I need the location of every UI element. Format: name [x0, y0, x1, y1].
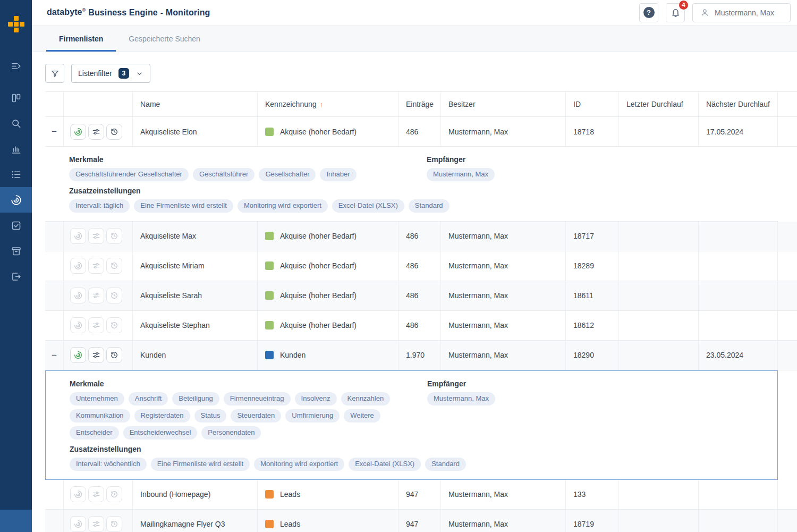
settings-sliders-icon[interactable]	[88, 347, 104, 363]
settings-sliders-icon[interactable]	[88, 516, 104, 532]
zusatz-heading: Zusatzeinstellungen	[70, 445, 767, 453]
history-icon[interactable]	[106, 124, 122, 140]
next-run	[699, 510, 778, 532]
expand-toggle[interactable]: −	[52, 351, 57, 360]
monitoring-power-icon[interactable]	[70, 347, 86, 363]
zusatz-heading: Zusatzeinstellungen	[69, 187, 767, 195]
monitoring-power-icon[interactable]	[70, 288, 86, 303]
search-icon	[11, 118, 22, 129]
user-menu-button[interactable]: Mustermann, Max	[692, 3, 791, 22]
last-run	[619, 222, 699, 251]
sidebar-item-company-stats[interactable]	[0, 136, 32, 162]
overflow-sliver	[778, 281, 797, 311]
chip: Eine Firmenliste wird erstellt	[134, 199, 233, 213]
expand-toggle[interactable]: −	[52, 127, 57, 136]
entries-count: 486	[398, 311, 441, 341]
databyte-logo[interactable]	[0, 0, 32, 53]
sidebar-item-tasks[interactable]	[0, 213, 32, 238]
history-icon[interactable]	[106, 516, 122, 532]
tag-color-swatch	[265, 128, 274, 136]
merkmale-section: Merkmale Geschäftsführender Gesellschaft…	[69, 155, 427, 185]
topbar: databyte®Business Engine- Monitoring ? 4…	[32, 0, 797, 26]
next-run: 17.05.2024	[699, 117, 778, 147]
empfaenger-section: Empfänger Mustermann, Max	[427, 155, 767, 185]
filter-button[interactable]	[45, 64, 64, 83]
expand-cell	[45, 480, 64, 510]
tab-firmenlisten[interactable]: Firmenlisten	[46, 26, 116, 52]
monitoring-power-icon[interactable]	[70, 124, 86, 140]
listenfilter-dropdown[interactable]: Listenfilter 3	[71, 64, 150, 83]
monitoring-power-icon[interactable]	[70, 228, 86, 244]
list-id: 18719	[566, 510, 619, 532]
monitoring-power-icon[interactable]	[70, 486, 86, 502]
settings-sliders-icon[interactable]	[88, 288, 104, 303]
sidebar-footer-button[interactable]	[0, 510, 32, 532]
sidebar-item-lists[interactable]	[0, 162, 32, 187]
expand-cell	[45, 311, 64, 341]
page-title: databyte®Business Engine- Monitoring	[47, 7, 210, 17]
table-row[interactable]: Akquiseliste Miriam Akquise (hoher Bedar…	[45, 251, 797, 281]
table-header: Name Kennzeichnung ↑ Einträge Besitzer I…	[45, 91, 797, 117]
last-run	[619, 510, 699, 532]
table-row[interactable]: − Akquiseliste Elon Akquise (hoher Bedar…	[45, 117, 797, 147]
settings-sliders-icon[interactable]	[88, 486, 104, 502]
current-module: - Monitoring	[160, 8, 210, 17]
sidebar-item-export[interactable]	[0, 264, 32, 289]
next-run	[699, 311, 778, 341]
column-besitzer[interactable]: Besitzer	[441, 91, 566, 117]
monitoring-power-icon[interactable]	[70, 516, 86, 532]
column-eintraege[interactable]: Einträge	[398, 91, 441, 117]
sidebar-item-archive[interactable]	[0, 238, 32, 264]
monitoring-power-icon[interactable]	[70, 317, 86, 333]
monitoring-power-icon[interactable]	[70, 258, 86, 274]
empfaenger-chips: Mustermann, Max	[427, 168, 767, 185]
last-run	[619, 251, 699, 281]
column-kennzeichnung[interactable]: Kennzeichnung ↑	[258, 91, 398, 117]
tab-gespeicherte-suchen[interactable]: Gespeicherte Suchen	[116, 26, 213, 52]
listenfilter-label: Listenfilter	[78, 69, 112, 78]
user-name: Mustermann, Max	[715, 9, 774, 17]
tag-cell: Akquise (hoher Bedarf)	[258, 251, 398, 281]
tag-label: Akquise (hoher Bedarf)	[280, 232, 357, 240]
settings-sliders-icon[interactable]	[88, 228, 104, 244]
column-actions	[64, 91, 133, 117]
history-icon[interactable]	[106, 486, 122, 502]
sidebar-item-monitoring[interactable]	[0, 187, 32, 213]
settings-sliders-icon[interactable]	[88, 317, 104, 333]
notifications-button[interactable]: 4	[666, 3, 685, 22]
row-details: Merkmale UnternehmenAnschriftBeteiligung…	[45, 370, 778, 480]
overflow-sliver	[778, 510, 797, 532]
owner: Mustermann, Max	[441, 251, 566, 281]
empfaenger-chips: Mustermann, Max	[427, 392, 767, 409]
history-icon[interactable]	[106, 317, 122, 333]
monitoring-icon	[11, 195, 22, 206]
settings-sliders-icon[interactable]	[88, 258, 104, 274]
table-row[interactable]: Akquiseliste Max Akquise (hoher Bedarf) …	[45, 222, 797, 251]
table-row[interactable]: Akquiseliste Sarah Akquise (hoher Bedarf…	[45, 281, 797, 311]
history-icon[interactable]	[106, 288, 122, 303]
table-row[interactable]: Akquiseliste Stephan Akquise (hoher Beda…	[45, 311, 797, 341]
column-letzter-durchlauf[interactable]: Letzter Durchlauf	[619, 91, 699, 117]
merkmale-chips: Geschäftsführender GesellschafterGeschäf…	[69, 168, 427, 185]
chip: Monitoring wird exportiert	[238, 199, 328, 213]
settings-sliders-icon[interactable]	[88, 124, 104, 140]
history-icon[interactable]	[106, 347, 122, 363]
history-icon[interactable]	[106, 228, 122, 244]
column-name[interactable]: Name	[133, 91, 258, 117]
chip: Insolvenz	[295, 392, 337, 406]
registered-mark: ®	[82, 7, 86, 13]
help-button[interactable]: ?	[639, 3, 658, 22]
chip: Standard	[425, 458, 466, 471]
table-row[interactable]: Mailingkamagne Flyer Q3 Leads 947 Muster…	[45, 510, 797, 532]
history-icon[interactable]	[106, 258, 122, 274]
chip: Kennzahlen	[341, 392, 391, 406]
column-naechster-durchlauf[interactable]: Nächster Durchlauf	[699, 91, 778, 117]
sidebar-item-dashboard[interactable]	[0, 85, 32, 111]
sidebar-item-search[interactable]	[0, 111, 32, 136]
column-id[interactable]: ID	[566, 91, 619, 117]
table-row[interactable]: Inbound (Homepage) Leads 947 Mustermann,…	[45, 480, 797, 510]
list-id: 18718	[566, 117, 619, 147]
table-row[interactable]: − Kunden Kunden 1.970 Mustermann, Max 18…	[45, 341, 797, 370]
tag-color-swatch	[265, 232, 274, 240]
sidebar-item-collapse-menu[interactable]	[0, 53, 32, 79]
